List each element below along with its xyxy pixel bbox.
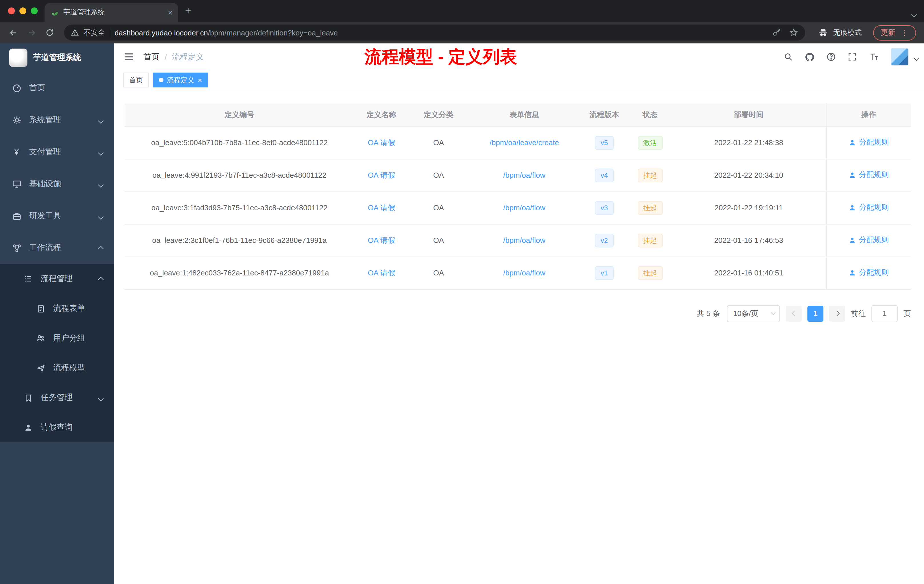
bookmark-star-icon[interactable] bbox=[789, 28, 798, 37]
table-row: oa_leave:1:482ec033-762a-11ec-8477-a2380… bbox=[125, 257, 911, 289]
workflow-submenu: 流程管理 流程表单 用户分组 bbox=[0, 264, 114, 442]
minimize-window-button[interactable] bbox=[20, 7, 26, 14]
breadcrumb-home[interactable]: 首页 bbox=[144, 52, 159, 62]
browser-update-button[interactable]: 更新 ⋮ bbox=[873, 25, 916, 40]
new-tab-button[interactable]: + bbox=[185, 6, 191, 16]
prev-page-button[interactable] bbox=[786, 305, 802, 322]
url-host: dashboard.yudao.iocoder.cn bbox=[115, 28, 208, 37]
definition-category: OA bbox=[409, 257, 469, 289]
favicon-icon bbox=[50, 8, 59, 16]
assign-rule-button[interactable]: 分配规则 bbox=[849, 235, 889, 246]
tab-search-chevron-icon[interactable] bbox=[912, 8, 916, 19]
definition-name-link[interactable]: OA 请假 bbox=[368, 138, 395, 147]
sidebar-item-user-group[interactable]: 用户分组 bbox=[0, 323, 114, 353]
sidebar-item-task-management[interactable]: 任务管理 bbox=[0, 383, 114, 412]
sidebar-item-leave-query[interactable]: 请假查询 bbox=[0, 412, 114, 442]
page-size-value: 10条/页 bbox=[733, 308, 758, 318]
font-size-icon[interactable] bbox=[869, 52, 879, 62]
definition-name-link[interactable]: OA 请假 bbox=[368, 268, 395, 277]
form-link[interactable]: /bpm/oa/flow bbox=[503, 171, 545, 180]
url-text[interactable]: dashboard.yudao.iocoder.cn/bpm/manager/d… bbox=[115, 28, 767, 37]
active-dot bbox=[159, 78, 163, 82]
dashboard-icon bbox=[12, 83, 22, 93]
chevron-up-icon bbox=[99, 243, 103, 252]
next-page-button[interactable] bbox=[829, 305, 845, 322]
sidebar-item-devtools[interactable]: 研发工具 bbox=[0, 200, 114, 232]
help-icon[interactable] bbox=[826, 52, 836, 62]
form-link[interactable]: /bpm/oa/flow bbox=[503, 269, 545, 277]
definition-id: oa_leave:1:482ec033-762a-11ec-8477-a2380… bbox=[125, 257, 354, 289]
definition-category: OA bbox=[409, 126, 469, 159]
monitor-icon bbox=[12, 179, 22, 189]
definition-id: oa_leave:4:991f2193-7b7f-11ec-a3c8-acde4… bbox=[125, 159, 354, 191]
sidebar-item-workflow[interactable]: 工作流程 bbox=[0, 232, 114, 264]
security-warning-icon[interactable] bbox=[71, 28, 79, 36]
tag-home[interactable]: 首页 bbox=[124, 73, 148, 87]
password-key-icon[interactable] bbox=[772, 28, 781, 37]
sidebar-logo[interactable]: 芋道管理系统 bbox=[0, 43, 114, 72]
col-deploy-time: 部署时间 bbox=[672, 104, 826, 126]
goto-label: 前往 bbox=[851, 308, 866, 318]
tag-close-icon[interactable]: × bbox=[198, 76, 202, 84]
forward-button[interactable] bbox=[24, 25, 39, 40]
list-icon bbox=[23, 274, 33, 284]
avatar[interactable] bbox=[891, 48, 909, 66]
assign-rule-button[interactable]: 分配规则 bbox=[849, 268, 889, 278]
maximize-window-button[interactable] bbox=[31, 7, 38, 14]
page-number-1[interactable]: 1 bbox=[807, 305, 823, 322]
main-area: 首页 / 流程定义 流程模型 - 定义列表 bbox=[114, 43, 924, 584]
sidebar-item-process-model[interactable]: 流程模型 bbox=[0, 353, 114, 383]
sidebar-item-process-management[interactable]: 流程管理 bbox=[0, 264, 114, 294]
tag-process-definition[interactable]: 流程定义 × bbox=[153, 73, 208, 87]
chevron-up-icon bbox=[99, 274, 103, 284]
form-link[interactable]: /bpm/oa/leave/create bbox=[490, 138, 559, 147]
col-definition-category: 定义分类 bbox=[409, 104, 469, 126]
chevron-down-icon bbox=[99, 115, 103, 125]
table-row: oa_leave:4:991f2193-7b7f-11ec-a3c8-acde4… bbox=[125, 159, 911, 191]
reload-button[interactable] bbox=[42, 25, 57, 40]
sidebar-item-home[interactable]: 首页 bbox=[0, 72, 114, 104]
security-label[interactable]: 不安全 bbox=[83, 28, 105, 38]
user-avatar-menu[interactable] bbox=[891, 48, 918, 66]
sidebar-item-infra[interactable]: 基础设施 bbox=[0, 168, 114, 200]
assign-rule-button[interactable]: 分配规则 bbox=[849, 203, 889, 213]
definition-name-link[interactable]: OA 请假 bbox=[368, 236, 395, 244]
definition-name-link[interactable]: OA 请假 bbox=[368, 171, 395, 179]
sidebar-item-system[interactable]: 系统管理 bbox=[0, 104, 114, 136]
form-link[interactable]: /bpm/oa/flow bbox=[503, 203, 545, 212]
tab-close-icon[interactable]: × bbox=[168, 8, 173, 16]
page-size-select[interactable]: 10条/页 bbox=[727, 305, 780, 322]
gear-icon bbox=[12, 115, 22, 125]
sidebar-collapse-icon[interactable] bbox=[124, 51, 134, 62]
github-icon[interactable] bbox=[805, 52, 815, 62]
incognito-label: 无痕模式 bbox=[833, 28, 862, 38]
status-badge: 激活 bbox=[637, 136, 663, 149]
definition-name-link[interactable]: OA 请假 bbox=[368, 203, 395, 212]
fullscreen-icon[interactable] bbox=[847, 52, 857, 62]
paper-plane-icon bbox=[35, 363, 46, 373]
chevron-down-icon bbox=[99, 180, 103, 188]
browser-tab[interactable]: 芋道管理系统 × bbox=[45, 3, 178, 22]
browser-menu-icon[interactable]: ⋮ bbox=[901, 28, 909, 37]
col-actions: 操作 bbox=[826, 104, 911, 126]
sidebar-item-payment[interactable]: 支付管理 bbox=[0, 136, 114, 168]
sidebar-item-label: 流程模型 bbox=[53, 363, 85, 373]
form-link[interactable]: /bpm/oa/flow bbox=[503, 236, 545, 244]
bookmark-icon bbox=[23, 393, 33, 403]
url-path: /bpm/manager/definition?key=oa_leave bbox=[208, 28, 338, 37]
breadcrumb-current: 流程定义 bbox=[172, 52, 204, 62]
assign-rule-button[interactable]: 分配规则 bbox=[849, 170, 889, 180]
tags-view-bar: 首页 流程定义 × bbox=[114, 70, 924, 90]
top-navbar: 首页 / 流程定义 流程模型 - 定义列表 bbox=[114, 43, 924, 70]
browser-toolbar: 不安全 dashboard.yudao.iocoder.cn/bpm/manag… bbox=[0, 22, 924, 43]
page-goto-input[interactable] bbox=[871, 305, 898, 322]
sidebar-item-label: 研发工具 bbox=[29, 211, 61, 221]
sidebar-item-label: 流程管理 bbox=[41, 274, 73, 284]
sidebar-item-process-form[interactable]: 流程表单 bbox=[0, 294, 114, 323]
assign-rule-button[interactable]: 分配规则 bbox=[849, 137, 889, 148]
search-icon[interactable] bbox=[784, 52, 793, 62]
address-bar[interactable]: 不安全 dashboard.yudao.iocoder.cn/bpm/manag… bbox=[64, 25, 805, 41]
logo-title: 芋道管理系统 bbox=[33, 53, 81, 63]
back-button[interactable] bbox=[6, 25, 21, 40]
close-window-button[interactable] bbox=[8, 7, 15, 14]
